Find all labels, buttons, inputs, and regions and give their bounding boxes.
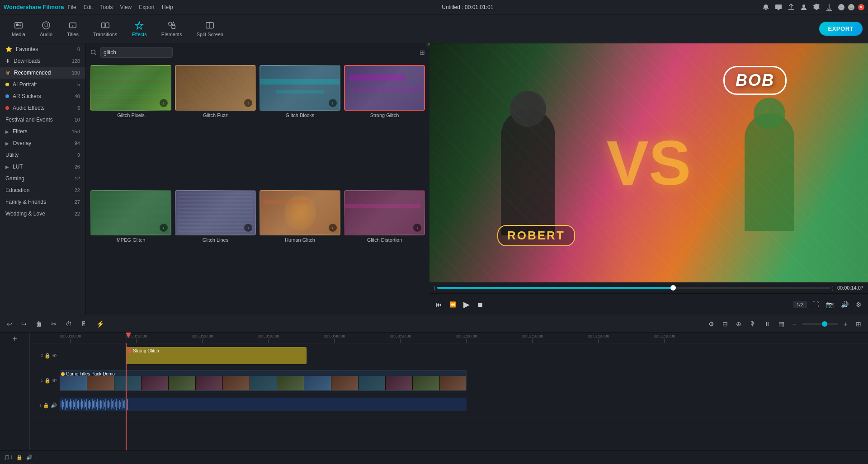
menu-edit[interactable]: Edit [84,4,93,10]
chat-icon[interactable] [775,4,782,11]
track-1-lock[interactable]: 🔒 [44,378,51,384]
sidebar-item-gaming[interactable]: Gaming 12 [0,173,85,184]
download-icon2[interactable] [826,4,833,11]
search-input[interactable] [100,47,173,58]
export-button[interactable]: EXPORT [819,22,863,36]
settings-icon[interactable] [813,4,820,11]
timeline-footer: 🎵1 🔒 🔊 [0,450,868,464]
effect-glitch-pixels[interactable]: ↓ Glitch Pixels [90,65,171,187]
close-button[interactable]: ✕ [858,4,864,10]
undo-button[interactable]: ↩ [5,319,14,329]
restore-button[interactable]: ▭ [848,4,854,10]
audio-clip[interactable] [60,398,467,411]
upload-icon[interactable] [788,4,795,11]
volume-button[interactable]: 🔊 [839,299,850,310]
timeline-footer-lock[interactable]: 🔒 [16,455,23,460]
settings-preview-button[interactable]: ⚙ [854,299,863,310]
tool-elements[interactable]: Elements [155,19,189,39]
timeline-settings-button[interactable]: ⚙ [706,319,717,329]
sidebar-item-festival-events[interactable]: Festival and Events 10 [0,114,85,126]
voice-button[interactable]: 🎙 [747,319,758,329]
effect-mpeg-glitch[interactable]: ↓ MPEG Glitch [90,190,171,312]
notification-icon[interactable] [762,4,769,11]
tool-effects[interactable]: Effects [125,19,153,39]
sidebar-item-lut[interactable]: ▶ LUT 26 [0,161,85,173]
audio-track-speaker[interactable]: 🔊 [51,403,57,408]
sidebar-item-audio-effects[interactable]: Audio Effects 5 [0,102,85,114]
play-button[interactable]: ▶ [462,298,472,311]
zoom-out-button[interactable]: − [790,319,798,329]
menu-export[interactable]: Export [139,4,155,10]
svg-rect-46 [100,400,101,409]
tool-media[interactable]: Media [5,19,32,39]
track-2-eye[interactable]: 👁 [52,353,57,358]
menu-file[interactable]: File [67,4,76,10]
timeline-footer-speaker[interactable]: 🔊 [26,455,33,460]
menu-tools[interactable]: Tools [100,4,113,10]
timer-button[interactable]: ⏱ [63,319,74,329]
screenshot-button[interactable]: 📷 [824,299,835,310]
user-icon[interactable] [800,4,807,11]
sidebar-item-downloads[interactable]: ⬇ Downloads 120 [0,55,85,67]
sidebar-item-education[interactable]: Education 22 [0,184,85,196]
cut-button[interactable]: ✂ [49,319,59,329]
sidebar-item-recommended[interactable]: ♛ Recommended 100 [0,67,85,79]
auto-caption-button[interactable]: ⏸ [762,319,773,329]
delete-button[interactable]: 🗑 [33,319,44,329]
track-2-lock[interactable]: 🔒 [44,353,51,359]
transitions-label: Transitions [93,32,117,37]
game-titles-clip[interactable]: Game Titles Pack Demo [60,370,467,391]
minimize-button[interactable]: ─ [838,4,844,10]
audio-tune-button[interactable]: 🎚 [79,319,90,329]
app-logo: Wondershare Filmora [4,4,64,10]
progress-handle[interactable] [670,285,676,291]
zoom-slider[interactable] [802,323,838,325]
sidebar-item-wedding-love[interactable]: Wedding & Love 22 [0,208,85,220]
ruler-mark-3: 00:00:30:00 [258,334,279,343]
skip-back-button[interactable]: ⏮ [434,299,444,310]
tracks-container: 2 🔒 👁 1 🔒 👁 1 🔒 🔊 [30,343,868,450]
menu-view[interactable]: View [120,4,132,10]
progress-bar[interactable] [437,287,830,289]
effect-strong-glitch[interactable]: Strong Glitch [344,65,425,187]
add-track-button[interactable]: + [12,334,17,344]
stop-button[interactable]: ⏹ [475,299,485,310]
grid-toggle-button[interactable]: ⊞ [420,49,425,56]
record-button[interactable]: ⊕ [734,319,744,329]
sidebar-item-favorites[interactable]: ⭐ Favorites 0 [0,43,85,55]
speed-button[interactable]: ⚡ [94,319,106,329]
effect-human-glitch[interactable]: ↓ Human Glitch [259,190,340,312]
zoom-in-button[interactable]: + [842,319,850,329]
effect-glitch-distortion[interactable]: ↓ Glitch Distortion [344,190,425,312]
sidebar-item-family-friends[interactable]: Family & Friends 27 [0,196,85,208]
strong-glitch-clip[interactable]: Strong Glitch [126,347,307,364]
sidebar-item-ai-portrait[interactable]: AI Portrait 5 [0,79,85,90]
sidebar-item-utility[interactable]: Utility 9 [0,149,85,161]
sidebar-item-filters[interactable]: ▶ Filters 158 [0,126,85,137]
track-1-eye[interactable]: 👁 [52,378,57,383]
tool-titles[interactable]: T Titles [61,19,85,39]
svg-rect-49 [104,402,105,407]
svg-rect-40 [92,399,93,409]
glitch-fuzz-label: Glitch Fuzz [203,112,228,118]
tool-audio[interactable]: Audio [33,19,59,39]
sidebar-item-ar-stickers[interactable]: AR Stickers 40 [0,90,85,102]
frame-back-button[interactable]: ⏪ [448,300,458,309]
track-1-num: 1 [41,378,43,383]
sidebar-item-overlay[interactable]: ▶ Overlay 94 [0,137,85,149]
tool-split-screen[interactable]: Split Screen [190,19,230,39]
glitch-blocks-dl-icon: ↓ [329,99,337,107]
redo-button[interactable]: ↪ [19,319,29,329]
effect-glitch-lines[interactable]: ↓ Glitch Lines [175,190,256,312]
svg-rect-62 [122,399,123,409]
effect-glitch-fuzz[interactable]: ↓ Glitch Fuzz [175,65,256,187]
audio-track-lock[interactable]: 🔒 [43,403,49,408]
tool-transitions[interactable]: Transitions [87,19,123,39]
page-indicator[interactable]: 1/2 [793,301,807,308]
fullscreen-button[interactable]: ⛶ [811,299,821,310]
effect-glitch-blocks[interactable]: ↓ Glitch Blocks [259,65,340,187]
clip-split-button[interactable]: ⊟ [720,319,730,329]
fit-timeline-button[interactable]: ⊞ [854,319,863,329]
mosaic-button[interactable]: ▦ [776,319,787,329]
menu-help[interactable]: Help [162,4,173,10]
